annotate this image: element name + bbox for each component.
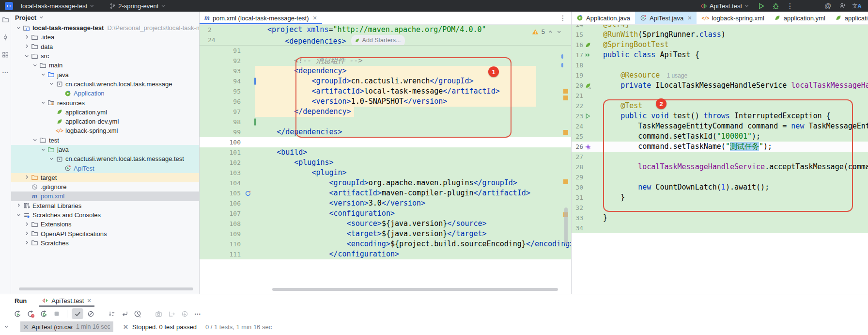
more-options-button[interactable]: ⋯ bbox=[192, 308, 203, 319]
tree-item[interactable]: mpom.xml bbox=[11, 191, 199, 201]
run2-gutter-icon[interactable] bbox=[583, 50, 595, 60]
tab-options-icon[interactable]: ⋮ bbox=[559, 14, 571, 22]
scrollbar-warning-marker[interactable] bbox=[563, 130, 568, 135]
vertical-scrollbar[interactable] bbox=[564, 207, 568, 244]
tab-application-yml[interactable]: application.yml bbox=[769, 12, 830, 24]
ai-gutter-icon[interactable] bbox=[583, 142, 595, 152]
tree-item[interactable]: cn.cactusli.wrench.local.task.message.te… bbox=[11, 154, 199, 163]
project-tool-icon[interactable] bbox=[2, 16, 9, 23]
chevron-up-icon[interactable] bbox=[548, 29, 554, 35]
code-line[interactable]: 108 <source>${java.version}</source> bbox=[200, 219, 571, 229]
add-starters-chip[interactable]: Add Starters... bbox=[351, 35, 405, 45]
close-icon[interactable]: ✕ bbox=[313, 15, 317, 21]
tab-application-dev-yml[interactable]: application-dev.yml bbox=[830, 12, 868, 24]
chevron-right-icon[interactable] bbox=[23, 34, 31, 40]
branch-selector[interactable]: 2-spring-event bbox=[107, 0, 169, 11]
chevron-down-icon[interactable] bbox=[40, 72, 47, 78]
project-panel-header[interactable]: Project bbox=[11, 12, 199, 23]
tree-item[interactable]: java bbox=[11, 70, 199, 79]
tree-item[interactable]: resources bbox=[11, 98, 199, 107]
chevron-right-icon[interactable] bbox=[23, 175, 31, 180]
code-line[interactable]: 91 bbox=[200, 46, 571, 56]
chevron-down-icon[interactable] bbox=[23, 53, 31, 59]
chevron-down-icon[interactable] bbox=[48, 81, 55, 87]
chevron-down-icon[interactable] bbox=[48, 156, 55, 162]
chevron-down-icon[interactable] bbox=[4, 324, 10, 330]
tree-item[interactable]: .gitignore bbox=[11, 182, 199, 191]
code-line[interactable]: 14@Slf4j bbox=[572, 25, 868, 30]
code-line[interactable]: 102 <plugins> bbox=[200, 158, 571, 168]
run-button[interactable] bbox=[755, 0, 767, 11]
horizontal-scrollbar[interactable] bbox=[272, 288, 558, 291]
chevron-down-icon[interactable] bbox=[31, 137, 39, 143]
debug-button[interactable] bbox=[769, 0, 782, 11]
run-tab-apitest[interactable]: ApiTest.test ✕ bbox=[39, 294, 94, 307]
mvnsync-gutter-icon[interactable] bbox=[241, 188, 255, 198]
tree-item[interactable]: Extensions bbox=[11, 220, 199, 229]
structure-tool-icon[interactable] bbox=[2, 51, 9, 58]
commit-tool-icon[interactable] bbox=[2, 34, 9, 41]
toggle-auto-test-button[interactable] bbox=[38, 308, 49, 319]
code-line[interactable]: 104 <groupId>org.apache.maven.plugins</g… bbox=[200, 178, 571, 188]
playo-gutter-icon[interactable] bbox=[583, 111, 595, 121]
chevron-down-icon[interactable] bbox=[40, 100, 47, 106]
chevron-down-icon[interactable] bbox=[40, 147, 47, 153]
leaf-gutter-icon[interactable] bbox=[583, 40, 595, 50]
chevron-down-icon[interactable] bbox=[15, 212, 22, 218]
scrollbar-warning-marker[interactable] bbox=[563, 89, 568, 94]
tree-item[interactable]: src bbox=[11, 51, 199, 61]
code-line[interactable]: 109 <target>${java.version}</target> bbox=[200, 229, 571, 239]
run-config-selector[interactable]: ApiTest.test bbox=[698, 0, 753, 11]
chevron-right-icon[interactable] bbox=[15, 203, 22, 208]
code-line[interactable]: 34 bbox=[572, 223, 868, 233]
code-line[interactable]: 15@RunWith(SpringRunner.class) bbox=[572, 30, 868, 40]
tab-apitest-java[interactable]: ApiTest.java✕ bbox=[635, 12, 697, 24]
code-with-me-button[interactable] bbox=[836, 0, 849, 11]
tree-item[interactable]: </>logback-spring.xml bbox=[11, 126, 199, 135]
scrollbar-warning-marker[interactable] bbox=[563, 179, 568, 184]
tree-item[interactable]: application-dev.yml bbox=[11, 117, 199, 126]
code-line[interactable]: 16@SpringBootTest bbox=[572, 40, 868, 50]
code-line[interactable]: 20 private ILocalTaskMessageHandleServic… bbox=[572, 80, 868, 91]
show-passed-toggle[interactable] bbox=[72, 308, 83, 319]
tree-item[interactable]: target bbox=[11, 173, 199, 182]
code-line[interactable]: 111 </configuration> bbox=[200, 249, 571, 259]
code-line[interactable]: 103 <plugin> bbox=[200, 168, 571, 178]
tree-item[interactable]: Scratches and Consoles bbox=[11, 210, 199, 220]
scrollbar-warning-marker[interactable] bbox=[563, 96, 568, 100]
tree-item[interactable]: External Libraries bbox=[11, 201, 199, 210]
rerun-test-button[interactable] bbox=[12, 308, 23, 319]
tree-item[interactable]: local-task-message-testD:\Personal_proje… bbox=[11, 23, 199, 32]
translate-button[interactable]: 文A bbox=[851, 0, 863, 11]
tab-logback-spring-xml[interactable]: </>logback-spring.xml bbox=[697, 12, 769, 24]
tree-item[interactable]: application.yml bbox=[11, 108, 199, 117]
code-line[interactable]: 17public class ApiTest { bbox=[572, 50, 868, 60]
code-line[interactable]: 2<project xmlns="http://maven.apache.org… bbox=[200, 25, 571, 35]
inspection-widget[interactable]: 5 bbox=[532, 28, 562, 35]
more-tools-icon[interactable]: ⋯ bbox=[2, 69, 9, 76]
rerun-failed-tests-button[interactable] bbox=[25, 308, 36, 319]
code-line[interactable]: 33} bbox=[572, 213, 868, 223]
tree-item[interactable]: java bbox=[11, 145, 199, 154]
tree-item[interactable]: Application bbox=[11, 89, 199, 98]
code-line[interactable]: 105 <artifactId>maven-compiler-plugin</a… bbox=[200, 188, 571, 198]
chevron-down-icon[interactable] bbox=[557, 29, 562, 35]
close-icon[interactable]: ✕ bbox=[687, 15, 692, 21]
sort-by-duration-button[interactable] bbox=[132, 308, 143, 319]
tree-item[interactable]: main bbox=[11, 61, 199, 70]
tree-item[interactable]: cn.cactusli.wrench.local.task.message bbox=[11, 80, 199, 89]
show-ignored-toggle[interactable] bbox=[85, 308, 96, 319]
code-line[interactable]: 19 @Resource1 usage bbox=[572, 70, 868, 80]
code-line[interactable]: 107 <configuration> bbox=[200, 208, 571, 219]
chevron-right-icon[interactable] bbox=[23, 240, 31, 246]
code-line[interactable]: 100 bbox=[200, 137, 571, 147]
usages-inlay-hint[interactable]: 1 usage bbox=[666, 72, 687, 79]
search-everywhere-button[interactable]: @ bbox=[822, 0, 834, 11]
chevron-right-icon[interactable] bbox=[23, 222, 31, 227]
tree-item[interactable]: test bbox=[11, 136, 199, 145]
code-line[interactable]: 106 <version>3.0</version> bbox=[200, 198, 571, 208]
project-selector[interactable]: local-task-message-test bbox=[18, 0, 98, 11]
tree-item[interactable]: ApiTest bbox=[11, 163, 199, 173]
more-actions-button[interactable]: ⋮ bbox=[784, 0, 796, 11]
app-logo[interactable]: LT bbox=[5, 2, 13, 10]
